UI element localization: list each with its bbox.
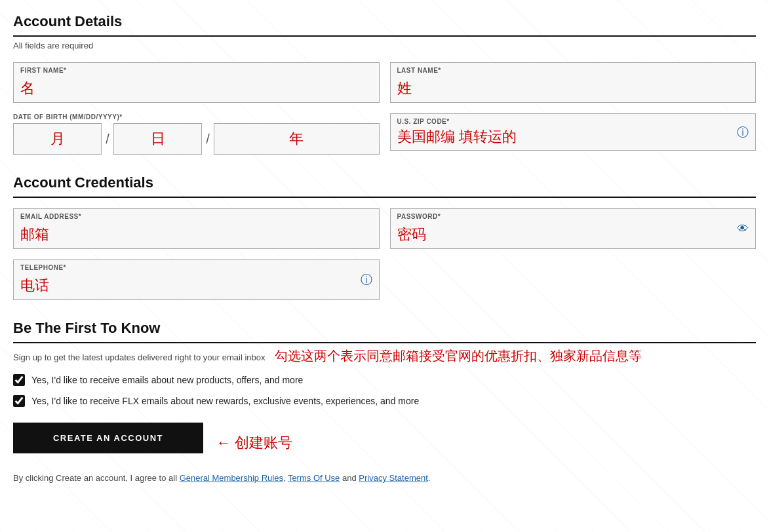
be-first-description: Sign up to get the latest updates delive… [13,347,756,365]
create-account-button[interactable]: CREATE AN ACCOUNT [13,423,203,453]
telephone-input[interactable] [14,260,379,299]
dob-year-wrapper [214,123,380,155]
dob-zip-row: DATE OF BIRTH (MM/DD/YYYY)* / / [13,113,756,155]
general-membership-link[interactable]: General Membership Rules [180,473,283,483]
dob-month-wrapper [13,123,102,155]
zip-help-icon[interactable]: ⓘ [737,124,749,140]
zip-input[interactable] [391,114,756,150]
email-input[interactable] [14,209,379,248]
first-name-wrapper: FIRST NAME* [13,62,380,103]
email-group: EMAIL ADDRESS* [13,208,380,249]
name-row: FIRST NAME* LAST NAME* [13,62,756,103]
dob-separator-2: / [205,132,211,147]
telephone-help-icon[interactable]: ⓘ [361,272,372,288]
password-group: PASSWORD* 👁 [390,208,757,249]
checkbox2-input[interactable] [13,395,25,407]
dob-year-input[interactable] [220,130,374,147]
dob-group: DATE OF BIRTH (MM/DD/YYYY)* / / [13,113,380,155]
telephone-group: TELEPHONE* ⓘ [13,259,380,300]
password-input[interactable] [391,209,756,248]
account-details-heading: Account Details [13,13,756,37]
checkbox1-input[interactable] [13,374,25,386]
first-name-group: FIRST NAME* [13,62,380,103]
first-name-input[interactable] [14,63,379,102]
be-first-heading: Be The First To Know [13,320,756,343]
last-name-wrapper: LAST NAME* [390,62,757,103]
telephone-wrapper: TELEPHONE* ⓘ [13,259,380,300]
dob-day-input[interactable] [119,130,196,147]
footer-legal-text: By clicking Create an account, I agree t… [13,473,756,483]
dob-month-input[interactable] [19,130,96,147]
submit-row: CREATE AN ACCOUNT ← 创建账号 [13,423,756,463]
email-wrapper: EMAIL ADDRESS* [13,208,380,249]
required-fields-note: All fields are required [13,41,756,50]
checkbox2-text: Yes, I'd like to receive FLX emails abou… [31,396,419,406]
password-toggle-icon[interactable]: 👁 [737,222,749,236]
checkbox1-text: Yes, I'd like to receive emails about ne… [31,375,303,385]
checkbox1-label[interactable]: Yes, I'd like to receive emails about ne… [13,374,756,386]
account-credentials-section: Account Credentials EMAIL ADDRESS* PASSW… [13,174,756,300]
dob-separator-1: / [104,132,111,147]
password-wrapper: PASSWORD* 👁 [390,208,757,249]
dob-label: DATE OF BIRTH (MM/DD/YYYY)* [13,113,380,121]
checkbox-area: Yes, I'd like to receive emails about ne… [13,374,756,407]
last-name-input[interactable] [391,63,756,102]
terms-of-use-link[interactable]: Terms Of Use [288,473,340,483]
zip-wrapper: U.S. ZIP CODE* ⓘ [390,113,757,151]
privacy-statement-link[interactable]: Privacy Statement [359,473,428,483]
checkbox2-label[interactable]: Yes, I'd like to receive FLX emails abou… [13,395,756,407]
dob-day-wrapper [113,123,202,155]
zip-group: U.S. ZIP CODE* ⓘ [390,113,757,155]
be-first-annotation: 勾选这两个表示同意邮箱接受官网的优惠折扣、独家新品信息等 [275,349,642,363]
email-password-row: EMAIL ADDRESS* PASSWORD* 👁 [13,208,756,249]
telephone-row: TELEPHONE* ⓘ [13,259,756,300]
credentials-heading: Account Credentials [13,174,756,198]
create-account-annotation: ← 创建账号 [216,433,292,453]
dob-inputs: / / [13,123,380,155]
be-first-section: Be The First To Know Sign up to get the … [13,320,756,407]
account-details-section: Account Details All fields are required … [13,13,756,155]
last-name-group: LAST NAME* [390,62,757,103]
